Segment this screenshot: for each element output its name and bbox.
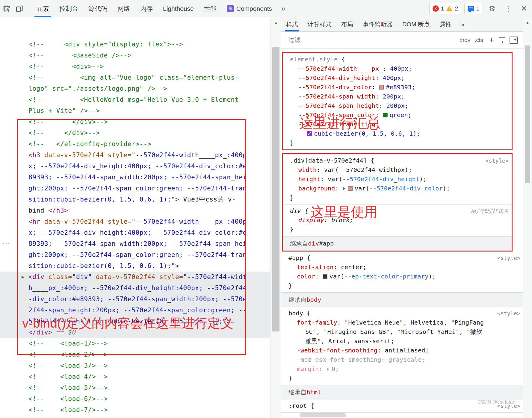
dom-node-selected[interactable]: -div_color:#e89393; --570e2f44-span_widt… [0, 294, 270, 305]
dom-node-line[interactable]: 89393; --570e2f44-span_width:200px; --57… [0, 238, 270, 249]
class-toggle[interactable]: .cls [474, 37, 483, 43]
sidebar-tab-事件监听器[interactable]: 事件监听器 [358, 17, 398, 31]
node-link[interactable]: #app [319, 240, 334, 247]
css-declaration[interactable]: cubic-bezier(0, 1.5, 0.6, 1); [290, 129, 509, 138]
tab-Lighthouse[interactable]: Lighthouse [158, 0, 199, 17]
dom-node-line[interactable]: <!-- <load-4/>--> [0, 371, 270, 382]
css-declaration[interactable]: font-family: "Helvetica Neue", Helvetica… [288, 318, 520, 327]
expand-arrow-icon[interactable]: ▶ [22, 272, 25, 283]
dom-node-line[interactable]: x; --570e2f44-div_height:400px; --570e2f… [0, 161, 270, 172]
expand-triangle-icon[interactable] [327, 367, 329, 371]
bezier-editor-icon[interactable] [307, 131, 312, 136]
color-swatch[interactable] [379, 85, 384, 90]
css-declaration[interactable]: --570e2f44-span_color: green; [290, 110, 509, 120]
scroll-up-arrow-icon[interactable]: ▲ [270, 18, 281, 28]
dom-node-line[interactable]: <!-- <load-5/>--> [0, 382, 270, 393]
node-link[interactable]: div#app [308, 240, 334, 247]
sidebar-tab-DOM 断点[interactable]: DOM 断点 [398, 17, 435, 31]
more-menu-icon[interactable]: ⋮ [501, 4, 515, 13]
css-declaration[interactable]: --570e2f44-width____px_: 400px; [290, 64, 509, 73]
dom-node-line[interactable]: Plus + Vite" />--> [0, 105, 270, 116]
node-link[interactable]: body [307, 296, 321, 303]
css-declaration[interactable]: --570e2f44-div_height: 400px; [290, 73, 509, 83]
close-icon[interactable]: ✕ [518, 4, 530, 13]
dom-node-selected[interactable]: h____px_:400px; --570e2f44-div_height:40… [0, 283, 270, 294]
css-declaration[interactable]: text-align: center; [288, 263, 520, 272]
dom-node-line[interactable]: <h3 data-v-570e2f44 style="--570e2f44-wi… [0, 150, 270, 161]
style-rule[interactable]: element.style {--570e2f44-width____px_: … [283, 53, 512, 149]
node-link[interactable]: div [308, 240, 319, 247]
css-declaration[interactable]: -webkit-font-smoothing: antialiased; [288, 346, 520, 355]
tab-内存[interactable]: 内存 [135, 0, 158, 17]
css-declaration[interactable]: background: var(--570e2f44-div_color); [290, 184, 509, 193]
css-var-link[interactable]: --570e2f44-div_color [369, 185, 443, 192]
scrollbar-thumb[interactable] [525, 46, 530, 183]
stylesheet-link[interactable]: <style> [497, 253, 520, 263]
dom-node-selected[interactable]: 2f44-span_height:200px; --570e2f44-span_… [0, 305, 270, 316]
sidebar-toggle-icon[interactable] [510, 37, 518, 44]
css-var-link[interactable]: --ep-text-color-primary [344, 273, 429, 280]
tab-元素[interactable]: 元素 [31, 0, 54, 17]
stylesheet-link[interactable]: <style> [486, 156, 509, 165]
messages-badge[interactable]: 1 [464, 3, 483, 14]
css-declaration[interactable]: SC", "Hiragino Sans GB", "Microsoft YaHe… [288, 327, 520, 337]
dom-node-line[interactable]: <!-- <load-8/>--> [0, 416, 270, 418]
dom-node-line[interactable]: <!-- <load-7/>--> [0, 405, 270, 416]
tab-Components[interactable]: ✳Components [222, 0, 277, 17]
sidebar-tab-布局[interactable]: 布局 [336, 17, 358, 31]
css-declaration[interactable]: height: var(--570e2f44-div_height); [290, 175, 509, 184]
dom-node-line[interactable]: <!-- <load-3/>--> [0, 360, 270, 371]
rendering-brush-icon[interactable] [498, 37, 505, 44]
stylesheet-link[interactable]: <style> [497, 309, 520, 318]
new-style-rule-button[interactable]: + [489, 35, 494, 45]
tab-网络[interactable]: 网络 [112, 0, 135, 17]
css-declaration[interactable]: width: var(--570e2f44-widthpx); [290, 165, 509, 175]
styles-scrollbar[interactable]: ▲ [523, 17, 532, 418]
css-var-link[interactable]: --570e2f44-div_height [342, 175, 419, 183]
more-tabs-chevron-icon[interactable]: » [277, 4, 289, 13]
style-rule[interactable]: .div[data-v-570e2f44] {<style>width: var… [283, 154, 512, 205]
dom-node-line[interactable]: <!-- </el-config-provider>--> [0, 139, 270, 150]
dom-node-line[interactable]: <!-- <load-6/>--> [0, 393, 270, 405]
inspect-icon[interactable] [0, 3, 13, 15]
dom-node-line[interactable]: <!-- <img alt="Vue logo" class="element-… [0, 72, 270, 83]
dom-node-selected[interactable]: ▶<div class="div" data-v-570e2f44 style=… [0, 272, 270, 283]
expand-triangle-icon[interactable] [343, 187, 345, 190]
css-declaration[interactable]: --570e2f44-span_width: 200px; [290, 92, 509, 101]
css-declaration[interactable]: -moz-osx-font-smoothing: grayscale; [288, 355, 520, 364]
dom-node-line[interactable]: <!-- <load-2/>--> [0, 349, 270, 360]
dom-node-line[interactable]: <!-- <div>--> [0, 61, 270, 72]
dom-node-line[interactable]: sition:cubic-bezier(0, 1.5, 0.6, 1);"> [0, 261, 270, 272]
color-swatch[interactable] [348, 186, 353, 191]
style-rule[interactable]: div {用户代理样式表display: block;} [283, 205, 512, 236]
dom-node-line[interactable]: ght:200px; --570e2f44-span_color:green; … [0, 183, 270, 194]
style-rule[interactable]: body {<style>font-family: "Helvetica Neu… [281, 307, 523, 385]
css-declaration[interactable]: --570e2f44-div_color: #e89393; [290, 83, 509, 92]
elements-scrollbar[interactable]: ▲ [270, 17, 282, 418]
dom-node-line[interactable]: bind </h3> [0, 205, 270, 216]
sidebar-tab-属性[interactable]: 属性 [435, 17, 456, 31]
sidebar-more-tabs-chevron-icon[interactable]: » [456, 17, 469, 31]
hover-state-toggle[interactable]: :hov [460, 37, 470, 43]
node-link[interactable]: html [307, 389, 321, 396]
scrollbar-thumb[interactable] [272, 47, 279, 331]
dom-node-line[interactable]: ght:200px; --570e2f44-span_color:green; … [0, 249, 270, 261]
dom-node-line[interactable]: x; --570e2f44-div_height:400px; --570e2f… [0, 227, 270, 238]
dom-node-line[interactable]: <!-- </div>--> [0, 128, 270, 139]
tab-控制台[interactable]: 控制台 [54, 0, 83, 17]
node-link[interactable]: html [307, 389, 321, 396]
sidebar-tab-样式[interactable]: 样式 [281, 17, 303, 31]
dom-node-selected[interactable]: 570e2f44-transition:cubic-bezier(0, 1.5,… [0, 316, 270, 327]
filter-input[interactable]: 过滤 [288, 36, 387, 44]
dom-node-line[interactable]: <hr data-v-570e2f44 style="--570e2f44-wi… [0, 216, 270, 227]
css-declaration[interactable]: --570e2f44-span_height: 200px; [290, 101, 509, 110]
css-declaration[interactable]: --570e2f44-transition: [290, 120, 509, 129]
gear-icon[interactable]: ⚙ [486, 4, 498, 13]
css-declaration[interactable]: margin: 0; [288, 364, 520, 374]
dom-node-line[interactable]: <!-- <BaseSide />--> [0, 50, 270, 61]
dom-node-line[interactable]: logo" src="./assets/logo.png" />--> [0, 83, 270, 94]
color-swatch[interactable] [383, 113, 388, 117]
dom-node-selected[interactable]: </div> == $0 [0, 327, 270, 338]
issues-badge[interactable]: ✕ 1 2 [429, 3, 461, 14]
dom-node-line[interactable]: <!-- <load-1/>--> [0, 338, 270, 349]
